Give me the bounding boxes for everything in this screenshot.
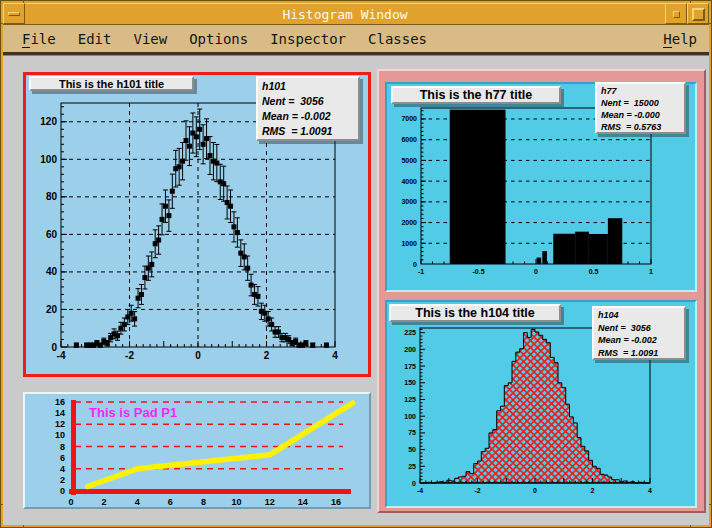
svg-text:14: 14	[298, 497, 308, 507]
svg-text:0: 0	[534, 268, 538, 275]
window-menu-icon	[8, 12, 20, 16]
window-title: Histogram Window	[25, 3, 665, 24]
svg-text:50: 50	[408, 446, 416, 453]
svg-text:16: 16	[331, 497, 341, 507]
menu-item-view[interactable]: View	[122, 31, 178, 47]
svg-text:0.5: 0.5	[589, 268, 599, 275]
svg-text:20: 20	[46, 304, 58, 315]
stats-rms: RMS = 1.0091	[598, 347, 680, 360]
svg-text:-2: -2	[474, 487, 480, 494]
svg-text:-4: -4	[57, 350, 66, 361]
svg-text:-0.5: -0.5	[472, 268, 484, 275]
stats-entries: Nent = 3056	[598, 322, 680, 335]
svg-text:125: 125	[404, 396, 416, 403]
svg-text:4: 4	[648, 487, 652, 494]
svg-text:2: 2	[60, 475, 65, 485]
menu-accelerator: F	[22, 31, 30, 48]
h77-title-box[interactable]: This is the h77 title	[391, 86, 561, 104]
pad-h101[interactable]: -4-2024020406080100120 This is the h101 …	[23, 72, 371, 377]
menu-item-file[interactable]: File	[11, 31, 67, 47]
menubar: FileEditViewOptionsInspectorClassesHelp	[3, 25, 709, 55]
svg-text:0: 0	[413, 261, 417, 268]
minimize-button[interactable]	[665, 3, 687, 24]
svg-text:225: 225	[404, 329, 416, 336]
svg-text:80: 80	[46, 191, 58, 202]
stats-mean: Mean = -0.002	[262, 109, 354, 124]
minimize-icon	[673, 11, 680, 18]
stats-entries: Nent = 3056	[262, 94, 354, 109]
svg-text:6: 6	[60, 453, 65, 463]
svg-text:75: 75	[408, 429, 416, 436]
svg-text:100: 100	[404, 413, 416, 420]
menu-item-classes[interactable]: Classes	[357, 31, 438, 47]
svg-text:14: 14	[55, 408, 65, 418]
maximize-button[interactable]	[687, 3, 709, 24]
svg-text:-4: -4	[417, 487, 423, 494]
svg-text:1000: 1000	[401, 240, 417, 247]
root-canvas[interactable]: -4-2024020406080100120 This is the h101 …	[3, 55, 709, 525]
svg-text:-2: -2	[125, 350, 134, 361]
svg-text:-1: -1	[418, 268, 424, 275]
menu-item-options[interactable]: Options	[178, 31, 259, 47]
stats-hist-name: h101	[262, 79, 354, 94]
svg-text:12: 12	[55, 419, 65, 429]
svg-text:7000: 7000	[401, 115, 417, 122]
stats-mean: Mean = -0.000	[601, 109, 680, 121]
svg-text:2: 2	[264, 350, 270, 361]
svg-text:10: 10	[55, 430, 65, 440]
svg-text:6: 6	[168, 497, 173, 507]
svg-text:0: 0	[60, 486, 65, 496]
svg-text:200: 200	[404, 346, 416, 353]
p1-pad-label: This is Pad P1	[89, 405, 177, 420]
stats-entries: Nent = 15000	[601, 97, 680, 109]
window-menu-button[interactable]	[3, 3, 25, 24]
svg-text:100: 100	[40, 154, 57, 165]
svg-text:25: 25	[408, 463, 416, 470]
pad-right-panel[interactable]: -1-0.500.5101000200030004000500060007000…	[377, 69, 706, 513]
svg-text:10: 10	[232, 497, 242, 507]
svg-text:6000: 6000	[401, 136, 417, 143]
svg-text:0: 0	[195, 350, 201, 361]
h101-stats-box[interactable]: h101 Nent = 3056 Mean = -0.002 RMS = 1.0…	[256, 76, 360, 141]
svg-text:4000: 4000	[401, 178, 417, 185]
svg-text:0: 0	[51, 342, 57, 353]
svg-text:8: 8	[201, 497, 206, 507]
titlebar[interactable]: Histogram Window	[3, 3, 709, 25]
h104-title-box[interactable]: This is the h104 title	[389, 304, 561, 322]
svg-text:12: 12	[265, 497, 275, 507]
pad-p1[interactable]: 02468101214160246810121416 This is Pad P…	[23, 392, 371, 509]
svg-text:60: 60	[46, 229, 58, 240]
h77-stats-box[interactable]: h77 Nent = 15000 Mean = -0.000 RMS = 0.5…	[595, 82, 686, 134]
svg-text:16: 16	[55, 397, 65, 407]
svg-text:4: 4	[332, 350, 338, 361]
svg-text:2: 2	[591, 487, 595, 494]
menu-accelerator: H	[663, 31, 671, 48]
svg-text:120: 120	[40, 116, 57, 127]
svg-text:2000: 2000	[401, 219, 417, 226]
svg-text:0: 0	[533, 487, 537, 494]
stats-hist-name: h104	[598, 309, 680, 322]
stats-rms: RMS = 0.5763	[601, 121, 680, 133]
h104-stats-box[interactable]: h104 Nent = 3056 Mean = -0.002 RMS = 1.0…	[592, 306, 686, 360]
h101-title-box[interactable]: This is the h101 title	[29, 76, 194, 91]
menu-item-edit[interactable]: Edit	[67, 31, 123, 47]
svg-text:2: 2	[102, 497, 107, 507]
stats-rms: RMS = 1.0091	[262, 124, 354, 139]
menu-item-inspector[interactable]: Inspector	[259, 31, 357, 47]
svg-text:4: 4	[60, 464, 65, 474]
svg-text:1: 1	[649, 268, 653, 275]
svg-text:0: 0	[68, 497, 73, 507]
svg-text:4: 4	[135, 497, 140, 507]
stats-hist-name: h77	[601, 85, 680, 97]
svg-text:5000: 5000	[401, 157, 417, 164]
maximize-icon	[692, 8, 705, 21]
svg-text:3000: 3000	[401, 198, 417, 205]
svg-text:8: 8	[60, 442, 65, 452]
window-frame: Histogram Window FileEditViewOptionsInsp…	[0, 0, 712, 528]
svg-text:150: 150	[404, 379, 416, 386]
svg-text:175: 175	[404, 363, 416, 370]
menu-item-help[interactable]: Help	[652, 31, 701, 47]
stats-mean: Mean = -0.002	[598, 334, 680, 347]
svg-text:40: 40	[46, 266, 58, 277]
p1-plot[interactable]: 02468101214160246810121416	[25, 394, 369, 507]
